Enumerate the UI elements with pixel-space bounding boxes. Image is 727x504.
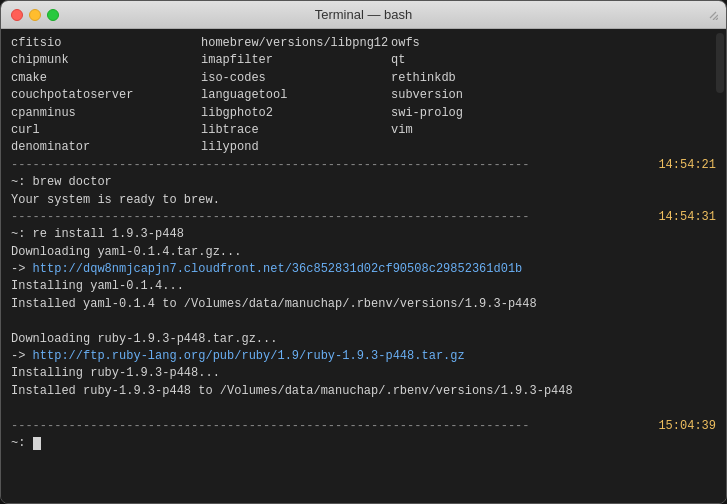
list-item: rethinkdb: [391, 70, 571, 87]
timestamp-2: 14:54:31: [658, 209, 716, 226]
list-item: languagetool: [201, 87, 391, 104]
col1: cfitsio chipmunk cmake couchpotatoserver…: [11, 35, 201, 157]
list-item: cfitsio: [11, 35, 201, 52]
brew-doctor-out: Your system is ready to brew.: [11, 192, 716, 209]
separator-2: ----------------------------------------…: [11, 209, 716, 226]
list-item: swi-prolog: [391, 105, 571, 122]
brew-doctor-cmd: ~: brew doctor: [11, 174, 716, 191]
maximize-button[interactable]: [47, 9, 59, 21]
list-item: chipmunk: [11, 52, 201, 69]
col2: homebrew/versions/libpng12 imapfilter is…: [201, 35, 391, 157]
terminal-body[interactable]: cfitsio chipmunk cmake couchpotatoserver…: [1, 29, 726, 503]
dash-line-3: ----------------------------------------…: [11, 418, 658, 435]
arrow2: ->: [11, 349, 33, 363]
window-title: Terminal — bash: [315, 7, 413, 22]
col3: owfs qt rethinkdb subversion swi-prolog …: [391, 35, 571, 157]
close-button[interactable]: [11, 9, 23, 21]
output-line8: Installing ruby-1.9.3-p448...: [11, 365, 716, 382]
separator-1: ----------------------------------------…: [11, 157, 716, 174]
output-blank2: [11, 400, 716, 417]
output-line3: Installing yaml-0.1.4...: [11, 278, 716, 295]
scrollbar[interactable]: [716, 33, 724, 93]
output-line4: Installed yaml-0.1.4 to /Volumes/data/ma…: [11, 296, 716, 313]
url1: http://dqw8nmjcapjn7.cloudfront.net/36c8…: [33, 262, 523, 276]
list-item: owfs: [391, 35, 571, 52]
arrow: ->: [11, 262, 33, 276]
output-line7: -> http://ftp.ruby-lang.org/pub/ruby/1.9…: [11, 348, 716, 365]
list-item: vim: [391, 122, 571, 139]
list-item: cmake: [11, 70, 201, 87]
prompt-text: ~:: [11, 436, 33, 450]
url2: http://ftp.ruby-lang.org/pub/ruby/1.9/ru…: [33, 349, 465, 363]
list-item: iso-codes: [201, 70, 391, 87]
output-line6: Downloading ruby-1.9.3-p448.tar.gz...: [11, 331, 716, 348]
list-item: subversion: [391, 87, 571, 104]
separator-3: ----------------------------------------…: [11, 418, 716, 435]
package-list: cfitsio chipmunk cmake couchpotatoserver…: [11, 35, 716, 157]
reinstall-cmd: ~: re install 1.9.3-p448: [11, 226, 716, 243]
dash-line-1: ----------------------------------------…: [11, 157, 658, 174]
list-item: libgphoto2: [201, 105, 391, 122]
minimize-button[interactable]: [29, 9, 41, 21]
list-item: lilypond: [201, 139, 391, 156]
list-item: cpanminus: [11, 105, 201, 122]
output-line1: Downloading yaml-0.1.4.tar.gz...: [11, 244, 716, 261]
cursor: [33, 437, 41, 450]
list-item: couchpotatoserver: [11, 87, 201, 104]
output-line2: -> http://dqw8nmjcapjn7.cloudfront.net/3…: [11, 261, 716, 278]
dash-line-2: ----------------------------------------…: [11, 209, 658, 226]
timestamp-1: 14:54:21: [658, 157, 716, 174]
list-item: imapfilter: [201, 52, 391, 69]
list-item: denominator: [11, 139, 201, 156]
timestamp-3: 15:04:39: [658, 418, 716, 435]
list-item: qt: [391, 52, 571, 69]
resize-icon: [708, 10, 718, 20]
output-blank1: [11, 313, 716, 330]
output-line9: Installed ruby-1.9.3-p448 to /Volumes/da…: [11, 383, 716, 400]
final-prompt: ~:: [11, 435, 716, 452]
list-item: homebrew/versions/libpng12: [201, 35, 391, 52]
list-item: libtrace: [201, 122, 391, 139]
terminal-window: Terminal — bash cfitsio chipmunk cmake c…: [0, 0, 727, 504]
list-item: curl: [11, 122, 201, 139]
traffic-lights[interactable]: [11, 9, 59, 21]
title-bar: Terminal — bash: [1, 1, 726, 29]
